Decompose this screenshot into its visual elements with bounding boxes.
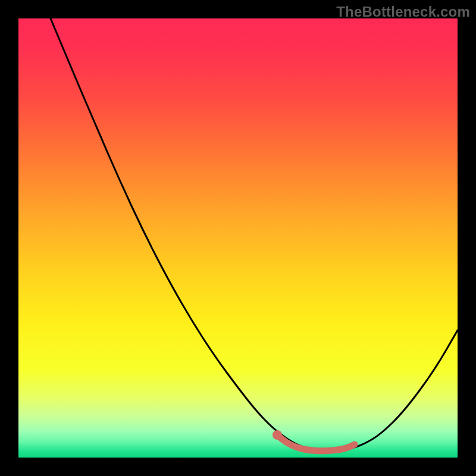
svg-rect-0	[18, 18, 458, 458]
plot-area	[18, 18, 458, 458]
heat-gradient	[18, 18, 458, 458]
watermark-text: TheBottleneck.com	[336, 4, 470, 20]
chart-stage: TheBottleneck.com	[0, 0, 476, 476]
